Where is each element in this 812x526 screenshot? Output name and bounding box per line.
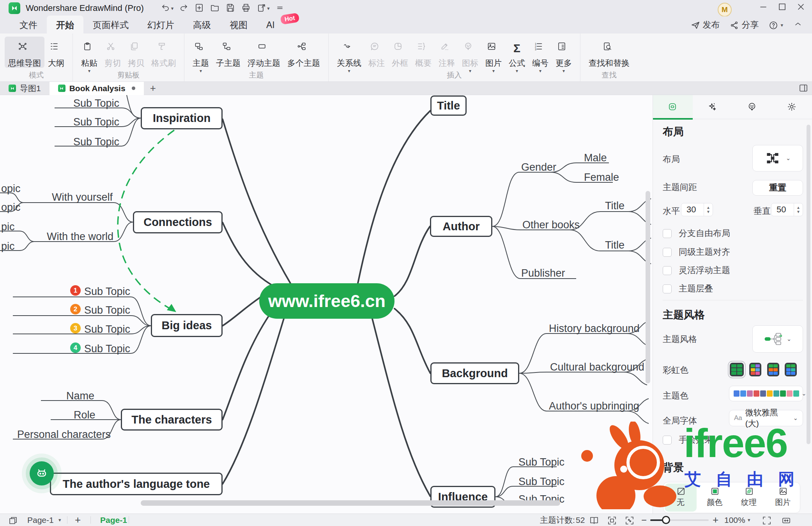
subtopic-personal[interactable]: Personal characters: [17, 429, 111, 441]
relationship-line-button[interactable]: 关系线▾: [333, 37, 365, 73]
caret-down-icon[interactable]: ▾: [58, 514, 61, 526]
image-button[interactable]: 图片▾: [482, 37, 505, 73]
formula-button[interactable]: Σ 公式▾: [505, 37, 529, 73]
subtopic-ww-1[interactable]: pic: [1, 221, 15, 233]
redo-button[interactable]: [178, 2, 190, 14]
tab-slides[interactable]: 幻灯片: [138, 16, 184, 35]
subtopic-upbringing[interactable]: Author's upbringing: [549, 400, 639, 412]
checkbox-icon[interactable]: [663, 229, 672, 238]
new-file-button[interactable]: [194, 2, 205, 14]
horizontal-spacing-input[interactable]: 30 ▲▼: [681, 203, 713, 216]
boundary-button[interactable]: 外框: [388, 37, 412, 68]
topic-characters[interactable]: The characters: [121, 409, 223, 431]
topic-inspiration[interactable]: Inspiration: [141, 107, 223, 129]
checkbox-flexible-floating[interactable]: 灵活浮动主题: [663, 265, 730, 276]
more-insert-button[interactable]: 更多▾: [552, 37, 575, 73]
subtopic-cultural[interactable]: Cultural background: [550, 361, 644, 373]
subtopic-influence-1[interactable]: Sub Topic: [518, 456, 564, 468]
ai-robot-icon[interactable]: [30, 461, 54, 485]
theme-color-dropdown[interactable]: ⌄: [729, 386, 803, 401]
note-button[interactable]: 注释: [435, 37, 458, 68]
caret-down-icon[interactable]: ▾: [171, 6, 174, 11]
save-button[interactable]: [225, 2, 237, 14]
subtopic-ww-2[interactable]: pic: [1, 240, 15, 252]
mind-map-mode-button[interactable]: 思维导图: [5, 37, 44, 68]
subtopic-with-world[interactable]: With the world: [47, 231, 113, 243]
panel-tab-layout[interactable]: [653, 95, 693, 119]
subtopic-ob-title-2[interactable]: Title: [605, 239, 624, 251]
topic-title[interactable]: Title: [430, 95, 467, 116]
find-replace-button[interactable]: 查找和替换: [585, 37, 633, 68]
doc-tab-book-analysis[interactable]: Book Analysis: [50, 82, 144, 95]
canvas-vertical-scrollbar[interactable]: [646, 191, 650, 383]
caret-down-icon[interactable]: ▾: [267, 6, 270, 11]
checkbox-free-branch-layout[interactable]: 分支自由布局: [663, 228, 730, 239]
tab-file[interactable]: 文件: [10, 16, 47, 35]
checkbox-topic-overlap[interactable]: 主题层叠: [663, 283, 713, 295]
checkbox-hand-drawn[interactable]: 手绘效果: [663, 434, 713, 446]
numbering-button[interactable]: 123 编号▾: [529, 37, 552, 73]
panel-tab-sticker-icon[interactable]: [732, 95, 772, 119]
collapse-ribbon-button[interactable]: [274, 2, 286, 14]
fit-width-button[interactable]: [782, 514, 790, 526]
multiple-topics-button[interactable]: 多个主题: [284, 37, 324, 68]
outline-preview-button[interactable]: [589, 514, 598, 526]
bg-image-option[interactable]: 图片: [767, 484, 799, 512]
maximize-button[interactable]: [778, 2, 786, 12]
new-doc-tab-button[interactable]: +: [144, 82, 162, 95]
subtopic-inspiration-2[interactable]: Sub Topic: [73, 116, 119, 128]
bg-color-option[interactable]: 颜色: [699, 484, 731, 512]
rainbow-option-4[interactable]: [785, 363, 797, 376]
tab-home[interactable]: 开始: [47, 16, 83, 35]
checkbox-icon[interactable]: [663, 436, 672, 445]
bg-texture-option[interactable]: 纹理: [733, 484, 765, 512]
zoom-out-button[interactable]: −: [641, 514, 647, 526]
subtopic-wy-2[interactable]: opic: [1, 201, 21, 214]
tab-advanced[interactable]: 高级: [184, 16, 220, 35]
topic-author[interactable]: Author: [430, 216, 492, 237]
rainbow-option-3[interactable]: [767, 363, 779, 376]
open-file-button[interactable]: [209, 2, 221, 14]
subtopic-other-books[interactable]: Other books: [522, 219, 580, 231]
outline-mode-button[interactable]: 大纲: [44, 37, 68, 68]
undo-button[interactable]: ▾: [160, 2, 175, 14]
subtopic-ob-title-1[interactable]: Title: [605, 200, 624, 212]
subtopic-name[interactable]: Name: [66, 390, 94, 402]
panel-toggle-icon[interactable]: [799, 83, 807, 94]
checkbox-icon[interactable]: [663, 266, 672, 275]
subtopic-female[interactable]: Female: [584, 171, 619, 184]
panel-tab-settings-icon[interactable]: [772, 95, 812, 119]
canvas-horizontal-scrollbar[interactable]: [141, 500, 560, 506]
subtopic-big-2[interactable]: Sub Topic: [84, 304, 130, 316]
export-button[interactable]: ▾: [256, 2, 271, 14]
share-button[interactable]: 分享: [730, 19, 759, 31]
caret-down-icon[interactable]: ▾: [780, 23, 783, 28]
subtopic-button[interactable]: 子主题: [212, 37, 244, 68]
zoom-in-button[interactable]: +: [713, 514, 718, 526]
summary-button[interactable]: 概要: [412, 37, 435, 68]
publish-button[interactable]: 发布: [691, 19, 720, 31]
minimize-button[interactable]: [759, 2, 768, 12]
topic-background[interactable]: Background: [430, 362, 519, 384]
paste-button[interactable]: 粘贴▾: [78, 37, 101, 73]
layout-dropdown[interactable]: ⌄: [752, 145, 803, 171]
expand-view-button[interactable]: [625, 514, 633, 526]
mindmap-canvas[interactable]: www.ifree6.cn Title Author Background In…: [0, 95, 653, 514]
tab-ai[interactable]: AIHot: [257, 16, 284, 34]
checkbox-align-sibling[interactable]: 同级主题对齐: [663, 246, 730, 258]
panel-scrollbar[interactable]: [807, 125, 810, 444]
subtopic-gender[interactable]: Gender: [521, 161, 556, 173]
subtopic-publisher[interactable]: Publisher: [521, 267, 565, 279]
copy-button[interactable]: 拷贝: [124, 37, 148, 68]
vertical-spacing-input[interactable]: 50 ▲▼: [771, 203, 803, 216]
theme-style-dropdown[interactable]: ⌄: [752, 325, 803, 353]
floating-topic-button[interactable]: 浮动主题: [244, 37, 284, 68]
add-page-button[interactable]: +: [75, 514, 81, 526]
subtopic-male[interactable]: Male: [584, 152, 607, 164]
user-avatar[interactable]: M: [718, 3, 732, 17]
topic-button[interactable]: 主题▾: [189, 37, 212, 73]
topic-connections[interactable]: Connections: [133, 211, 223, 233]
subtopic-wy-1[interactable]: opic: [1, 183, 21, 195]
subtopic-influence-2[interactable]: Sub Topic: [518, 476, 564, 488]
subtopic-inspiration-1[interactable]: Sub Topic: [73, 97, 119, 109]
